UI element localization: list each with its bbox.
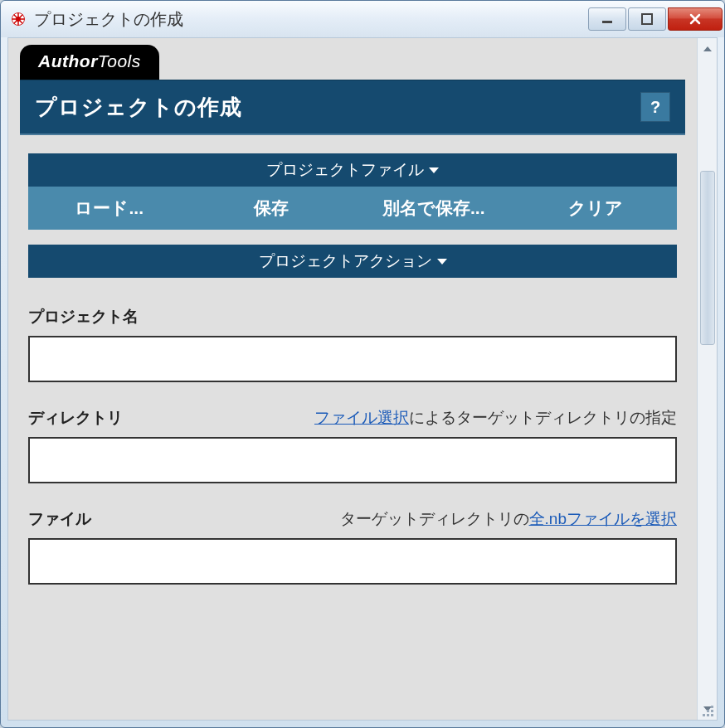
project-name-label: プロジェクト名 [28,306,139,328]
project-action-label: プロジェクトアクション [259,250,432,272]
directory-hint-text: によるターゲットディレクトリの指定 [409,409,677,426]
file-toolbar: ロード... 保存 別名で保存... クリア [28,187,677,230]
titlebar[interactable]: プロジェクトの作成 [1,1,724,37]
scroll-up-button[interactable] [700,41,715,56]
chevron-down-icon [429,167,439,173]
svg-point-1 [16,17,21,22]
brand-suffix: Tools [98,51,141,70]
svg-rect-2 [602,21,612,23]
client-area: AuthorTools プロジェクトの作成 ? プロジェクトファイル ロード..… [7,37,718,721]
svg-rect-3 [642,14,652,24]
clear-button[interactable]: クリア [515,187,678,230]
directory-input[interactable] [28,437,677,483]
minimize-icon [601,13,613,25]
app-icon [9,10,27,28]
app-window: プロジェクトの作成 AuthorTools プロジェクトの作成 ? [0,0,725,728]
save-button[interactable]: 保存 [191,187,353,230]
files-row: ファイル ターゲットディレクトリの全.nbファイルを選択 [28,508,677,585]
content-panel: AuthorTools プロジェクトの作成 ? プロジェクトファイル ロード..… [8,38,697,720]
close-button[interactable] [668,7,723,31]
window-title: プロジェクトの作成 [34,8,588,31]
page-title: プロジェクトの作成 [35,93,242,122]
files-select-all-link[interactable]: 全.nbファイルを選択 [529,510,677,527]
scroll-thumb[interactable] [700,171,715,345]
brand-prefix: Author [38,51,98,70]
chevron-down-icon [437,259,447,265]
brand-tab: AuthorTools [20,45,159,80]
project-name-input[interactable] [28,336,677,382]
directory-hint: ファイル選択によるターゲットディレクトリの指定 [123,407,677,429]
help-button[interactable]: ? [640,92,670,122]
project-file-label: プロジェクトファイル [266,159,424,181]
files-hint: ターゲットディレクトリの全.nbファイルを選択 [91,508,677,530]
project-file-section: プロジェクトファイル ロード... 保存 別名で保存... クリア [28,153,677,230]
triangle-up-icon [703,46,712,51]
files-hint-text: ターゲットディレクトリの [340,510,529,527]
page-header: プロジェクトの作成 ? [20,80,685,135]
project-file-dropdown[interactable]: プロジェクトファイル [28,153,677,187]
project-action-section: プロジェクトアクション [28,245,677,278]
save-as-button[interactable]: 別名で保存... [353,187,515,230]
maximize-button[interactable] [628,7,666,31]
directory-label: ディレクトリ [28,407,123,429]
directory-row: ディレクトリ ファイル選択によるターゲットディレクトリの指定 [28,407,677,483]
project-action-dropdown[interactable]: プロジェクトアクション [28,245,677,278]
minimize-button[interactable] [588,7,626,31]
files-label: ファイル [28,508,91,530]
window-controls [588,7,723,31]
resize-grip[interactable] [700,703,715,718]
directory-file-select-link[interactable]: ファイル選択 [314,409,409,426]
project-name-row: プロジェクト名 [28,306,677,382]
vertical-scrollbar[interactable] [697,38,717,720]
close-icon [689,12,702,26]
files-input[interactable] [28,538,677,585]
load-button[interactable]: ロード... [28,187,191,230]
maximize-icon [641,13,653,25]
form-area: プロジェクト名 ディレクトリ ファイル選択によるターゲットディレクトリの指定 [28,306,677,585]
